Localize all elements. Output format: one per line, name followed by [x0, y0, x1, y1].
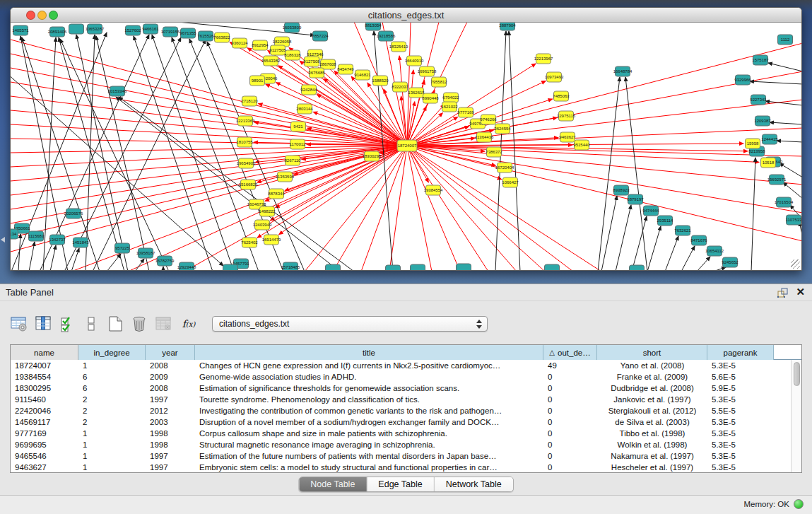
- table-cell[interactable]: 1: [78, 428, 146, 439]
- graph-node[interactable]: 3675685: [308, 68, 325, 78]
- table-cell[interactable]: Estimation of the future numbers of pati…: [195, 450, 543, 462]
- table-cell[interactable]: 19384554: [11, 371, 78, 382]
- table-cell[interactable]: 1997: [146, 394, 195, 405]
- graph-node[interactable]: 2718120: [241, 96, 258, 106]
- graph-node[interactable]: 7625402: [241, 238, 258, 247]
- graph-node[interactable]: 10973493: [545, 72, 564, 82]
- table-cell[interactable]: Tourette syndrome. Phenomenology and cla…: [195, 394, 543, 405]
- graph-node[interactable]: 9463627: [559, 132, 576, 142]
- graph-node[interactable]: 9746266: [480, 115, 497, 124]
- table-cell[interactable]: 9777169: [11, 428, 78, 439]
- graph-node[interactable]: 21364436: [475, 132, 494, 142]
- table-cell[interactable]: 0: [543, 450, 597, 462]
- graph-hub-node[interactable]: 18724007: [397, 140, 417, 151]
- table-cell[interactable]: Tibbo et al. (1998): [597, 428, 707, 439]
- graph-node[interactable]: 1405571: [12, 25, 29, 35]
- table-cell[interactable]: 49: [543, 360, 597, 371]
- graph-node[interactable]: 20891406: [48, 27, 67, 37]
- table-cell[interactable]: 2008: [146, 382, 195, 394]
- table-cell[interactable]: 14569117: [11, 416, 78, 428]
- graph-node[interactable]: 17016504: [775, 197, 794, 207]
- network-canvas[interactable]: 1405571208914061065328715276029466161107…: [11, 23, 801, 270]
- graph-node[interactable]: 1066427: [502, 177, 519, 187]
- table-cell[interactable]: 9465546: [11, 450, 78, 462]
- column-header-name[interactable]: name: [11, 345, 78, 360]
- graph-node[interactable]: 9245652: [722, 257, 739, 267]
- column-header-pagerank[interactable]: pagerank: [707, 345, 774, 360]
- column-header-title[interactable]: title: [195, 345, 543, 360]
- graph-node[interactable]: 957225: [115, 243, 130, 253]
- table-cell[interactable]: Franke et al. (2009): [597, 371, 707, 382]
- graph-node[interactable]: 2887904: [499, 23, 516, 30]
- graph-node[interactable]: 2935114: [657, 216, 674, 226]
- table-cell[interactable]: 1998: [146, 428, 195, 439]
- tab-node-table[interactable]: Node Table: [299, 477, 367, 491]
- graph-node[interactable]: 7485063: [553, 91, 570, 101]
- table-cell[interactable]: 2008: [146, 360, 195, 371]
- graph-node[interactable]: 6794022: [442, 93, 459, 103]
- graph-node[interactable]: 1209387: [754, 116, 771, 126]
- graph-node[interactable]: 7386372: [486, 147, 502, 157]
- tab-network-table[interactable]: Network Table: [435, 477, 513, 491]
- graph-node[interactable]: [326, 264, 341, 270]
- table-vertical-scrollbar[interactable]: [791, 360, 801, 472]
- table-cell[interactable]: 1: [78, 462, 146, 472]
- graph-node[interactable]: 1588520: [372, 76, 389, 86]
- graph-node[interactable]: 9671355: [180, 28, 196, 38]
- column-header-in_degree[interactable]: in_degree: [78, 345, 146, 360]
- table-cell[interactable]: 2: [78, 394, 146, 405]
- table-cell[interactable]: 0: [543, 428, 597, 439]
- graph-node[interactable]: [69, 24, 84, 34]
- table-cell[interactable]: 5.3E-5: [707, 428, 774, 439]
- table-cell[interactable]: Nakamura et al. (1997): [597, 450, 707, 462]
- row-icon[interactable]: [82, 315, 100, 333]
- table-cell[interactable]: 18724007: [11, 360, 78, 371]
- graph-node[interactable]: 12923448: [177, 262, 196, 270]
- graph-node[interactable]: 16648784: [613, 66, 632, 76]
- graph-node[interactable]: 10958187: [136, 248, 155, 258]
- graph-node[interactable]: 9474444: [642, 206, 659, 216]
- table-row[interactable]: 946362711997Embryonic stem cells: a mode…: [11, 462, 791, 472]
- graph-node[interactable]: 1498222: [259, 206, 276, 216]
- graph-node[interactable]: 16720404: [495, 163, 514, 173]
- table-cell[interactable]: Changes of HCN gene expression and I(f) …: [195, 360, 543, 371]
- graph-node[interactable]: 1112: [778, 35, 793, 45]
- table-cell[interactable]: Investigating the contribution of common…: [195, 405, 543, 416]
- graph-node[interactable]: 18325419: [389, 42, 408, 52]
- table-cell[interactable]: 5.5E-5: [707, 405, 774, 416]
- table-row[interactable]: 911546021997Tourette syndrome. Phenomeno…: [11, 394, 791, 405]
- table-cell[interactable]: 2: [78, 416, 146, 428]
- table-cell[interactable]: 0: [543, 371, 597, 382]
- graph-node[interactable]: [411, 264, 425, 270]
- table-cell[interactable]: Yano et al. (2008): [597, 360, 707, 371]
- graph-node[interactable]: 8938923: [613, 185, 630, 195]
- graph-node[interactable]: 1810755: [236, 137, 253, 147]
- table-cell[interactable]: Hescheler et al. (1997): [597, 462, 707, 472]
- table-cell[interactable]: Genome-wide association studies in ADHD.: [195, 371, 543, 382]
- graph-node[interactable]: 8813054: [365, 23, 382, 30]
- graph-node[interactable]: 16640910: [405, 56, 424, 66]
- table-row[interactable]: 2242004622012Investigating the contribut…: [11, 405, 791, 416]
- graph-node[interactable]: 19384554: [424, 185, 443, 195]
- graph-node[interactable]: 8322037: [392, 82, 408, 92]
- graph-node[interactable]: 16914479: [262, 235, 281, 245]
- graph-node[interactable]: 9242844: [300, 85, 317, 95]
- table-cell[interactable]: Structural magnetic resonance image aver…: [195, 439, 543, 450]
- graph-node[interactable]: 1107533: [786, 215, 801, 225]
- graph-node[interactable]: 39134: [11, 229, 18, 239]
- float-panel-icon[interactable]: [777, 287, 789, 298]
- graph-node[interactable]: 9515440: [573, 140, 590, 150]
- graph-node[interactable]: [630, 265, 645, 270]
- table-cell[interactable]: 5.3E-5: [707, 360, 774, 371]
- table-cell[interactable]: 2003: [146, 416, 195, 428]
- new-column-icon[interactable]: [106, 315, 124, 333]
- graph-node[interactable]: 6879197: [627, 194, 644, 204]
- table-cell[interactable]: 6: [78, 382, 146, 394]
- table-cell[interactable]: 1: [78, 360, 146, 371]
- graph-node[interactable]: 12975115: [557, 111, 576, 121]
- table-cell[interactable]: Embryonic stem cells: a model to study s…: [195, 462, 543, 472]
- delete-column-icon[interactable]: [130, 315, 148, 333]
- table-row[interactable]: 946554611997Estimation of the future num…: [11, 450, 791, 462]
- graph-node[interactable]: 1621022: [441, 102, 458, 112]
- graph-node[interactable]: [457, 264, 471, 270]
